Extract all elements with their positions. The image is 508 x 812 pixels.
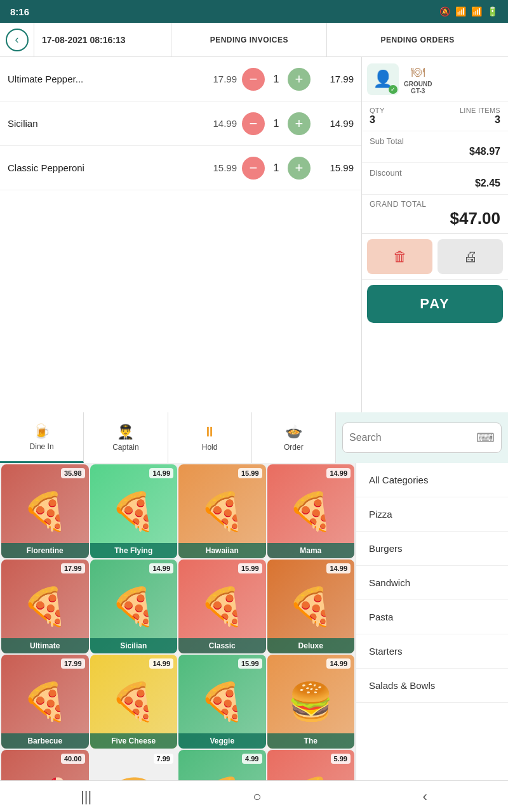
food-item-9[interactable]: 🍕 14.99 Five Cheese xyxy=(90,655,178,749)
order-button[interactable]: 🍲 Order xyxy=(252,412,336,463)
search-input-wrap: ⌨ xyxy=(342,422,502,453)
food-item-1[interactable]: 🍕 14.99 The Flying xyxy=(90,464,178,558)
category-item-6[interactable]: Salads & Bowls xyxy=(356,669,508,703)
main-area: Ultimate Pepper... 17.99 − 1 + 17.99 Sic… xyxy=(0,57,508,412)
table-icon-area: 🍽 GROUND GT-3 xyxy=(404,64,432,95)
qty-minus-2[interactable]: − xyxy=(242,157,265,180)
food-item-5[interactable]: 🍕 14.99 Sicilian xyxy=(90,560,178,653)
item-qty-2: 1 xyxy=(270,162,283,174)
food-item-name-7: Deluxe xyxy=(267,638,355,653)
dine-in-button[interactable]: 🍺 Dine In xyxy=(0,412,84,463)
discount-label: Discount xyxy=(370,168,500,178)
food-item-price-13: 7.99 xyxy=(154,754,173,764)
food-item-13[interactable]: 🍞 7.99 xyxy=(90,750,178,780)
food-item-10[interactable]: 🍕 15.99 Veggie xyxy=(178,655,266,749)
food-item-price-4: 17.99 xyxy=(61,563,85,573)
item-name-2: Classic Pepperoni xyxy=(8,162,202,173)
battery-icon: 🔋 xyxy=(487,6,498,16)
order-item-1: Sicilian 14.99 − 1 + 14.99 xyxy=(0,102,361,146)
pending-invoices-button[interactable]: PENDING INVOICES xyxy=(171,23,327,56)
food-item-price-14: 4.99 xyxy=(242,754,262,764)
food-item-name-4: Ultimate xyxy=(1,638,89,653)
table-id: GT-3 xyxy=(411,88,425,95)
table-avatar: 👤 ✓ xyxy=(367,63,399,95)
pending-orders-button[interactable]: PENDING ORDERS xyxy=(327,23,508,56)
search-toolbar: ⌨ xyxy=(336,412,508,463)
order-icon: 🍲 xyxy=(285,424,302,440)
delete-order-button[interactable]: 🗑 xyxy=(367,239,432,274)
item-qty-1: 1 xyxy=(270,118,283,129)
food-item-7[interactable]: 🍕 14.99 Deluxe xyxy=(267,560,355,653)
back-circle-icon: ‹ xyxy=(6,29,29,51)
header-datetime: 17-08-2021 08:16:13 xyxy=(34,23,171,56)
category-item-1[interactable]: Pizza xyxy=(356,497,508,532)
order-item-2: Classic Pepperoni 15.99 − 1 + 15.99 xyxy=(0,146,361,190)
hold-button[interactable]: ⏸ Hold xyxy=(168,412,252,463)
qty-plus-2[interactable]: + xyxy=(288,157,311,180)
print-button[interactable]: 🖨 xyxy=(438,239,503,274)
status-icons: 🔕 📶 📶 🔋 xyxy=(439,6,498,16)
qty-plus-0[interactable]: + xyxy=(288,68,311,91)
food-item-name-11: The xyxy=(267,733,355,749)
food-item-name-8: Barbecue xyxy=(1,733,89,749)
food-item-name-0: Florentine xyxy=(1,543,89,558)
category-item-2[interactable]: Burgers xyxy=(356,532,508,566)
qty-minus-1[interactable]: − xyxy=(242,112,265,135)
food-item-8[interactable]: 🍕 17.99 Barbecue xyxy=(1,655,89,749)
food-item-14[interactable]: 🍕 4.99 xyxy=(178,750,266,780)
food-item-price-9: 14.99 xyxy=(149,658,173,669)
food-item-15[interactable]: 🍕 5.99 xyxy=(267,750,355,780)
nav-menu-button[interactable]: ||| xyxy=(68,783,104,810)
food-item-price-6: 15.99 xyxy=(238,563,262,573)
order-list: Ultimate Pepper... 17.99 − 1 + 17.99 Sic… xyxy=(0,57,362,412)
captain-button[interactable]: 👨‍✈️ Captain xyxy=(84,412,168,463)
category-item-4[interactable]: Pasta xyxy=(356,600,508,634)
food-item-price-7: 14.99 xyxy=(326,563,351,573)
dine-in-label: Dine In xyxy=(30,442,54,451)
food-item-price-5: 14.99 xyxy=(149,563,173,573)
nav-home-button[interactable]: ○ xyxy=(240,783,274,810)
item-total-0: 17.99 xyxy=(316,74,354,84)
nav-back-button[interactable]: ‹ xyxy=(410,783,440,810)
food-item-price-12: 40.00 xyxy=(61,754,85,764)
pay-button[interactable]: PAY xyxy=(367,285,503,323)
food-item-12[interactable]: 🥩 40.00 xyxy=(1,750,89,780)
food-item-name-6: Classic xyxy=(178,638,266,653)
discount-value: $2.45 xyxy=(370,178,500,189)
food-item-6[interactable]: 🍕 15.99 Classic xyxy=(178,560,266,653)
grand-total-value: $47.00 xyxy=(370,209,500,228)
bottom-nav: ||| ○ ‹ xyxy=(0,780,508,812)
qty-minus-0[interactable]: − xyxy=(242,68,265,91)
qty-plus-1[interactable]: + xyxy=(288,112,311,135)
item-name-0: Ultimate Pepper... xyxy=(8,74,202,84)
hold-label: Hold xyxy=(202,443,218,452)
line-items-value: 3 xyxy=(436,114,500,126)
food-item-name-3: Mama xyxy=(267,543,355,558)
food-item-11[interactable]: 🍔 14.99 The xyxy=(267,655,355,749)
captain-icon: 👨‍✈️ xyxy=(117,424,134,440)
search-input[interactable] xyxy=(349,432,476,443)
hold-icon: ⏸ xyxy=(203,424,217,440)
category-item-3[interactable]: Sandwich xyxy=(356,566,508,600)
food-grid: 🍕 35.98 Florentine 🍕 14.99 The Flying 🍕 … xyxy=(0,463,356,780)
food-item-price-1: 14.99 xyxy=(149,468,173,478)
back-button[interactable]: ‹ xyxy=(0,23,34,57)
category-item-5[interactable]: Starters xyxy=(356,634,508,669)
item-total-2: 15.99 xyxy=(316,162,354,173)
discount-area: Discount $2.45 xyxy=(362,163,508,195)
category-item-0[interactable]: All Categories xyxy=(356,463,508,497)
item-name-1: Sicilian xyxy=(8,118,202,129)
item-total-1: 14.99 xyxy=(316,118,354,129)
wifi-icon: 📶 xyxy=(455,6,466,16)
item-unit-price-0: 17.99 xyxy=(202,74,237,84)
bottom-section: 🍕 35.98 Florentine 🍕 14.99 The Flying 🍕 … xyxy=(0,463,508,780)
header: ‹ 17-08-2021 08:16:13 PENDING INVOICES P… xyxy=(0,23,508,57)
food-item-4[interactable]: 🍕 17.99 Ultimate xyxy=(1,560,89,653)
food-item-0[interactable]: 🍕 35.98 Florentine xyxy=(1,464,89,558)
food-item-2[interactable]: 🍕 15.99 Hawaiian xyxy=(178,464,266,558)
food-item-3[interactable]: 🍕 14.99 Mama xyxy=(267,464,355,558)
categories-panel: All CategoriesPizzaBurgersSandwichPastaS… xyxy=(356,463,508,780)
mute-icon: 🔕 xyxy=(439,6,450,16)
item-unit-price-2: 15.99 xyxy=(202,162,237,173)
food-item-price-0: 35.98 xyxy=(61,468,85,478)
